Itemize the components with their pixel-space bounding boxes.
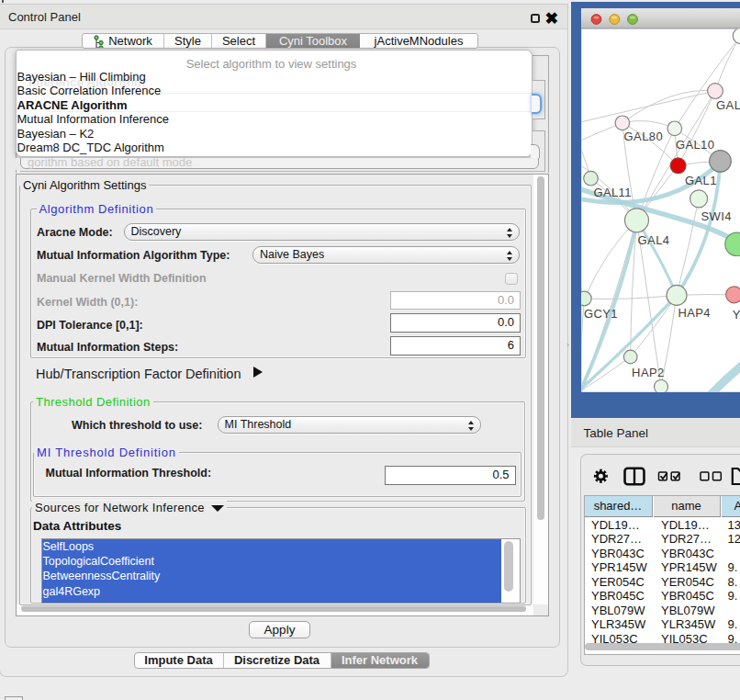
svg-text:GAL1: GAL1: [685, 174, 717, 187]
svg-text:HAP4: HAP4: [678, 306, 711, 320]
svg-text:HAP2: HAP2: [632, 366, 665, 379]
svg-text:GAL11: GAL11: [593, 186, 632, 199]
svg-text:GAL4: GAL4: [637, 233, 669, 247]
svg-text:Y: Y: [732, 308, 740, 322]
svg-text:GAL: GAL: [716, 98, 740, 112]
svg-text:GAL80: GAL80: [623, 130, 662, 143]
svg-text:GAL10: GAL10: [675, 138, 713, 152]
svg-text:SWI4: SWI4: [701, 209, 731, 223]
svg-text:GCY1: GCY1: [583, 307, 617, 321]
